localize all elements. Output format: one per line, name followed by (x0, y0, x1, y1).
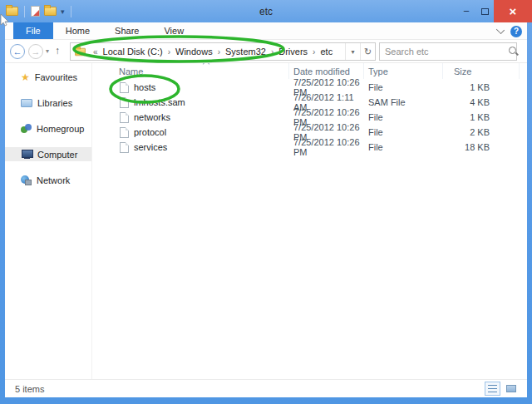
column-header-size[interactable]: Size (443, 63, 520, 79)
status-bar: 5 items (5, 379, 527, 397)
file-name: networks (134, 112, 170, 122)
computer-icon (21, 150, 32, 159)
file-name: protocol (134, 127, 166, 137)
breadcrumb-overflow-icon[interactable]: « (90, 47, 101, 57)
file-type: File (364, 125, 443, 140)
file-row-services[interactable]: services 7/25/2012 10:26 PM File 18 KB (92, 140, 527, 155)
file-type: File (364, 140, 443, 155)
explorer-folder-icon[interactable] (6, 7, 18, 16)
back-button[interactable]: ← (10, 44, 25, 59)
explorer-window: ▾ etc − × File Home Share View ? (0, 0, 532, 404)
column-header-date-modified[interactable]: Date modified (289, 63, 364, 79)
breadcrumb-separator-icon: › (214, 47, 224, 57)
file-name: lmhosts.sam (134, 97, 185, 107)
toolbar-separator (24, 6, 25, 17)
minimize-button[interactable]: − (457, 0, 475, 22)
file-name: hosts (134, 82, 155, 92)
new-folder-icon[interactable] (44, 7, 57, 16)
window-controls: − × (457, 0, 532, 22)
file-size: 1 KB (443, 110, 520, 125)
close-button[interactable]: × (494, 0, 532, 22)
main-area: ★ Favourites Libraries Homegroup Compute… (5, 63, 527, 379)
search-icon[interactable] (508, 46, 512, 57)
sidebar-item-label: Computer (37, 150, 77, 160)
breadcrumb-separator-icon: › (165, 47, 174, 57)
file-rows: hosts 7/25/2012 10:26 PM File 1 KB lmhos… (92, 80, 527, 155)
details-view-icon (488, 385, 497, 393)
previous-locations-icon[interactable]: ▾ (345, 43, 360, 60)
search-input[interactable] (380, 47, 508, 57)
sidebar-item-network[interactable]: Network (5, 173, 91, 187)
sidebar-item-label: Network (37, 175, 70, 185)
recent-locations-icon[interactable]: ▾ (46, 47, 49, 55)
breadcrumb-windows[interactable]: Windows (174, 47, 214, 57)
tab-view[interactable]: View (151, 22, 196, 39)
breadcrumb-system32[interactable]: System32 (224, 47, 268, 57)
column-headers: Name Date modified Type Size (92, 63, 527, 79)
file-type: File (364, 80, 443, 95)
toolbar-separator (71, 6, 71, 17)
window-body: File Home Share View ? ← (5, 22, 527, 397)
tab-file[interactable]: File (13, 22, 53, 39)
ribbon-tab-bar: File Home Share View ? (5, 22, 527, 40)
file-icon (120, 127, 129, 138)
homegroup-icon (21, 124, 32, 133)
sidebar-item-libraries[interactable]: Libraries (5, 96, 91, 110)
file-size: 4 KB (443, 95, 520, 110)
sidebar-item-homegroup[interactable]: Homegroup (5, 121, 91, 135)
quick-access-toolbar: ▾ (0, 6, 73, 17)
help-icon[interactable]: ? (510, 26, 522, 37)
file-icon (120, 142, 129, 153)
expand-ribbon-icon[interactable] (496, 26, 505, 34)
tab-share[interactable]: Share (102, 22, 151, 39)
search-box (379, 42, 517, 61)
file-size: 2 KB (443, 125, 520, 140)
details-view-button[interactable] (485, 382, 500, 396)
file-date: 7/25/2012 10:26 PM (289, 140, 364, 155)
thumbnails-view-icon (506, 385, 516, 392)
file-size: 1 KB (443, 80, 520, 95)
column-header-label: Name (119, 67, 143, 76)
file-name: services (134, 142, 167, 152)
sidebar-item-label: Favourites (35, 72, 77, 82)
navigation-pane: ★ Favourites Libraries Homegroup Compute… (5, 63, 92, 379)
breadcrumb-drivers[interactable]: Drivers (277, 47, 309, 57)
customize-toolbar-icon[interactable]: ▾ (61, 7, 65, 16)
file-icon (120, 82, 129, 93)
maximize-button[interactable] (475, 0, 494, 22)
address-folder-icon[interactable] (75, 47, 86, 55)
file-type: SAM File (364, 95, 443, 110)
sidebar-item-favourites[interactable]: ★ Favourites (5, 70, 91, 84)
file-icon (120, 112, 129, 123)
file-list: Name Date modified Type Size hosts 7/25/… (92, 63, 527, 379)
file-size: 18 KB (443, 140, 520, 155)
navigation-toolbar: ← → ▾ ↑ « Local Disk (C:) › Windows › Sy… (5, 40, 527, 63)
libraries-icon (21, 99, 32, 107)
up-button[interactable]: ↑ (55, 45, 60, 57)
breadcrumb-separator-icon: › (268, 47, 277, 57)
address-bar[interactable]: « Local Disk (C:) › Windows › System32 ›… (70, 42, 376, 61)
thumbnails-view-button[interactable] (503, 382, 519, 396)
forward-button[interactable]: → (28, 44, 43, 59)
breadcrumb-etc[interactable]: etc (318, 47, 334, 57)
view-buttons (485, 382, 519, 396)
column-header-name[interactable]: Name (92, 63, 289, 79)
ribbon-right-controls: ? (497, 22, 522, 40)
network-icon (21, 175, 32, 185)
sidebar-item-label: Libraries (37, 98, 72, 108)
sort-ascending-icon (203, 63, 209, 67)
properties-icon[interactable] (31, 6, 40, 17)
breadcrumb-separator-icon: › (309, 47, 318, 57)
items-count: 5 items (15, 384, 44, 394)
column-header-type[interactable]: Type (364, 63, 443, 79)
sidebar-item-computer[interactable]: Computer (5, 147, 91, 161)
titlebar: ▾ etc − × (0, 0, 532, 22)
breadcrumb-local-disk[interactable]: Local Disk (C:) (101, 47, 165, 57)
star-icon: ★ (21, 72, 30, 82)
maximize-icon (481, 8, 489, 15)
sidebar-item-label: Homegroup (37, 124, 84, 134)
tab-home[interactable]: Home (53, 22, 102, 39)
file-type: File (364, 110, 443, 125)
refresh-icon[interactable]: ↻ (360, 43, 375, 60)
file-icon (120, 97, 129, 108)
